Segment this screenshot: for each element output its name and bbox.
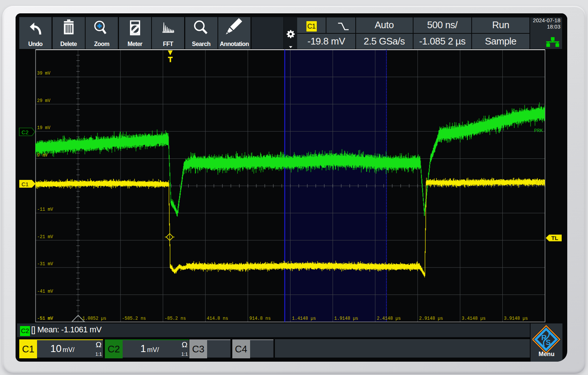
svg-text:3.9148 µs: 3.9148 µs (504, 316, 528, 321)
svg-text:914.8 ns: 914.8 ns (249, 316, 271, 321)
svg-text:S: S (546, 338, 551, 346)
svg-text:-85.2 ns: -85.2 ns (165, 316, 186, 321)
svg-text:29 mV: 29 mV (37, 98, 51, 103)
svg-text:1.9148 µs: 1.9148 µs (334, 316, 358, 321)
svg-text:-21 mV: -21 mV (37, 234, 53, 240)
svg-text:-585.2 ns: -585.2 ns (122, 316, 146, 321)
svg-text:-1.0852 µs: -1.0852 µs (80, 316, 106, 321)
svg-text:-41 mV: -41 mV (37, 289, 53, 294)
svg-text:39 mV: 39 mV (37, 71, 51, 76)
svg-text:TL: TL (551, 235, 558, 241)
svg-text:2.9148 µs: 2.9148 µs (419, 316, 443, 321)
svg-text:414.8 ns: 414.8 ns (207, 316, 228, 321)
svg-text:1.4148 µs: 1.4148 µs (292, 316, 316, 321)
svg-text:19 mV: 19 mV (37, 125, 51, 131)
svg-text:C1: C1 (21, 181, 29, 187)
svg-text:9 mV: 9 mV (37, 153, 48, 158)
svg-text:PIK: PIK (536, 180, 545, 186)
svg-text:-51 mV: -51 mV (37, 316, 53, 321)
svg-text:PRK: PRK (534, 128, 543, 134)
svg-text:-11 mV: -11 mV (37, 207, 53, 212)
svg-text:-31 mV: -31 mV (37, 261, 53, 267)
svg-text:C2: C2 (21, 129, 29, 135)
svg-text:Menu: Menu (538, 351, 554, 357)
svg-text:3.4148 µs: 3.4148 µs (462, 316, 486, 321)
svg-text:2.4148 µs: 2.4148 µs (377, 316, 401, 321)
